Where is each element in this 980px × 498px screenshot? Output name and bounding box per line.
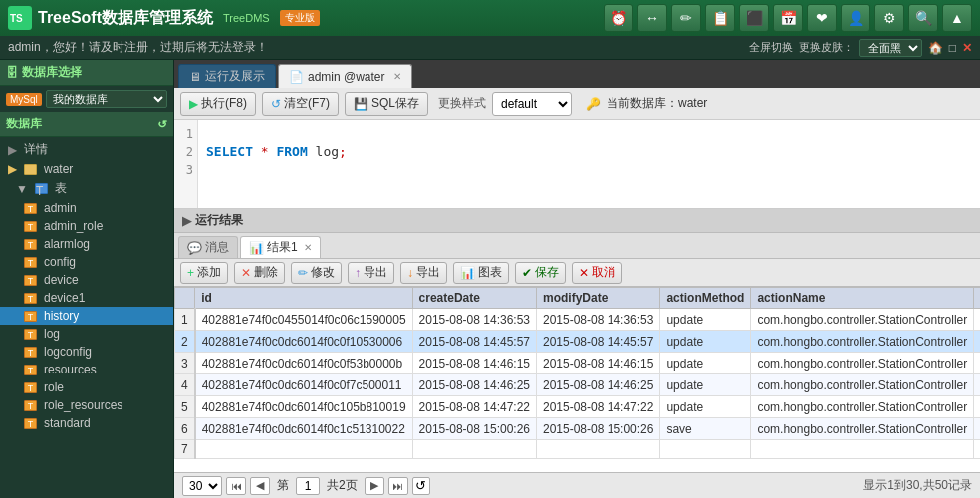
page-size-select[interactable]: 30 50 100 xyxy=(182,476,222,496)
actionmethod-cell: update xyxy=(660,309,751,331)
tree-item-alarmlog[interactable]: Talarmlog xyxy=(0,235,173,253)
toolbar-btn-10[interactable]: 🔍 xyxy=(908,4,938,32)
toolbar-btn-3[interactable]: ✏ xyxy=(671,4,701,32)
tree-item-logconfig[interactable]: Tlogconfig xyxy=(0,343,173,361)
tree-item-role[interactable]: Trole xyxy=(0,378,173,396)
tree-item-resources[interactable]: Tresources xyxy=(0,361,173,378)
col-createdate[interactable]: createDate xyxy=(412,288,536,309)
toolbar-btn-5[interactable]: ⬛ xyxy=(739,4,769,32)
tree-item-log[interactable]: Tlog xyxy=(0,325,173,343)
window-restore-btn[interactable]: □ xyxy=(949,41,956,55)
style-select[interactable]: default xyxy=(492,92,572,116)
page-number-input[interactable] xyxy=(296,477,320,495)
tree-item-admin_role[interactable]: Tadmin_role xyxy=(0,217,173,235)
page-label: 第 xyxy=(277,477,289,494)
tree-item-admin[interactable]: Tadmin xyxy=(0,199,173,217)
title-bar: TS TreeSoft数据库管理系统 TreeDMS 专业版 ⏰ ↔ ✏ 📋 ⬛… xyxy=(0,0,980,36)
table-row[interactable]: 6 402881e74f0c0dc6014f0c1c51310022 2015-… xyxy=(175,418,981,440)
tree-item-详情[interactable]: ▶详情 xyxy=(0,139,173,160)
actionmethod-cell xyxy=(660,440,751,459)
sql-save-btn[interactable]: 💾 SQL保存 xyxy=(345,92,428,116)
tree-item-表[interactable]: ▼T表 xyxy=(0,178,173,199)
export-icon: ↓ xyxy=(407,266,413,280)
col-modifydate[interactable]: modifyDate xyxy=(537,288,660,309)
results-toolbar: + 添加 ✕ 删除 ✏ 修改 ↑ 导出 ↓ 导出 xyxy=(174,259,980,287)
table-row[interactable]: 3 402881e74f0c0dc6014f0c0f53b0000b 2015-… xyxy=(175,353,981,374)
toolbar-btn-9[interactable]: ⚙ xyxy=(874,4,904,32)
window-home-btn[interactable]: 🏠 xyxy=(928,41,943,55)
results-header: ▶ 运行结果 xyxy=(174,209,980,233)
col-entityname[interactable]: entityNam xyxy=(974,288,980,309)
result-tab-message[interactable]: 💬 消息 xyxy=(178,236,238,258)
tree-item-device[interactable]: Tdevice xyxy=(0,271,173,289)
toolbar-btn-4[interactable]: 📋 xyxy=(705,4,735,32)
result-tab-close[interactable]: ✕ xyxy=(304,242,312,253)
entityname-cell: 监测点 xyxy=(974,309,980,331)
actionname-cell: com.hongbo.controller.StationController xyxy=(751,396,974,418)
execute-btn[interactable]: ▶ 执行(F8) xyxy=(180,92,256,116)
chart-icon: 📊 xyxy=(460,266,475,280)
col-id[interactable]: id xyxy=(195,288,412,309)
table-row[interactable]: 4 402881e74f0c0dc6014f0c0f7c500011 2015-… xyxy=(175,374,981,396)
createdate-cell: 2015-08-08 14:46:25 xyxy=(412,374,536,396)
col-actionname[interactable]: actionName xyxy=(751,288,974,309)
chart-btn[interactable]: 📊 图表 xyxy=(453,262,509,284)
modifydate-cell: 2015-08-08 14:47:22 xyxy=(537,396,660,418)
toolbar-btn-2[interactable]: ↔ xyxy=(637,4,667,32)
data-table-wrapper[interactable]: id createDate modifyDate actionMethod ac… xyxy=(174,287,980,472)
toolbar-btn-1[interactable]: ⏰ xyxy=(604,4,633,32)
tree-item-history[interactable]: Thistory xyxy=(0,307,173,325)
actionname-cell: com.hongbo.controller.StationController xyxy=(751,374,974,396)
db-refresh-icon[interactable]: ↺ xyxy=(157,118,167,131)
edit-row-btn[interactable]: ✏ 修改 xyxy=(291,262,342,284)
tree-item-standard[interactable]: Tstandard xyxy=(0,414,173,432)
result-tab-data[interactable]: 📊 结果1 ✕ xyxy=(240,236,321,258)
export-btn[interactable]: ↓ 导出 xyxy=(400,262,447,284)
row-num-cell: 2 xyxy=(175,331,195,353)
window-close-btn[interactable]: ✕ xyxy=(962,41,972,55)
page-prev-btn[interactable]: ◀ xyxy=(250,477,270,495)
db-section-title: 数据库 xyxy=(6,116,42,132)
current-db-label: 当前数据库：water xyxy=(607,95,707,112)
tree-item-device1[interactable]: Tdevice1 xyxy=(0,289,173,307)
save-result-btn[interactable]: ✔ 保存 xyxy=(515,262,566,284)
tree-item-water[interactable]: ▶water xyxy=(0,160,173,178)
edition-badge: 专业版 xyxy=(280,10,320,26)
cancel-result-btn[interactable]: ✕ 取消 xyxy=(572,262,622,284)
table-row[interactable]: 5 402881e74f0c0dc6014f0c105b810019 2015-… xyxy=(175,396,981,418)
col-actionmethod[interactable]: actionMethod xyxy=(660,288,751,309)
tab-admin-water[interactable]: 📄 admin @water ✕ xyxy=(278,64,412,88)
createdate-cell xyxy=(412,440,536,459)
actionmethod-cell: update xyxy=(660,396,751,418)
sql-code-area[interactable]: SELECT * FROM log; xyxy=(198,120,980,208)
table-row[interactable]: 1 402881e74f0c0455014f0c06c1590005 2015-… xyxy=(175,309,981,331)
total-pages: 共2页 xyxy=(327,477,358,494)
delete-row-btn[interactable]: ✕ 删除 xyxy=(234,262,285,284)
tree-item-config[interactable]: Tconfig xyxy=(0,253,173,271)
table-row[interactable]: 2 402881e74f0c0dc6014f0c0f10530006 2015-… xyxy=(175,331,981,353)
import-btn[interactable]: ↑ 导出 xyxy=(348,262,394,284)
modifydate-cell: 2015-08-08 14:46:25 xyxy=(537,374,660,396)
toolbar-btn-collapse[interactable]: ▲ xyxy=(942,4,972,32)
save-result-icon: ✔ xyxy=(522,266,532,280)
refresh-btn[interactable]: ↺ xyxy=(412,477,430,495)
page-last-btn[interactable]: ⏭ xyxy=(388,477,408,495)
results-section: ▶ 运行结果 💬 消息 📊 结果1 ✕ + 添加 xyxy=(174,209,980,498)
table-row[interactable]: 7 xyxy=(175,440,981,459)
toolbar-btn-6[interactable]: 📅 xyxy=(773,4,803,32)
clear-btn[interactable]: ↺ 清空(F7) xyxy=(262,92,339,116)
add-row-btn[interactable]: + 添加 xyxy=(180,262,228,284)
tab-run-display[interactable]: 🖥 运行及展示 xyxy=(178,64,276,88)
page-first-btn[interactable]: ⏮ xyxy=(226,477,246,495)
actionname-cell: com.hongbo.controller.StationController xyxy=(751,309,974,331)
skin-selector[interactable]: 全面黑 xyxy=(859,39,922,57)
page-next-btn[interactable]: ▶ xyxy=(365,477,384,495)
toolbar-btn-7[interactable]: ❤ xyxy=(807,4,837,32)
tree-item-role_resources[interactable]: Trole_resources xyxy=(0,396,173,414)
db-name-select[interactable]: 我的数据库 xyxy=(46,90,167,108)
tab-close-btn[interactable]: ✕ xyxy=(393,71,401,82)
toolbar-btn-8[interactable]: 👤 xyxy=(841,4,870,32)
db-selector-header: 🗄 数据库选择 xyxy=(0,60,173,86)
createdate-cell: 2015-08-08 15:00:26 xyxy=(412,418,536,440)
fullscreen-btn[interactable]: 全屏切换 xyxy=(749,40,793,55)
